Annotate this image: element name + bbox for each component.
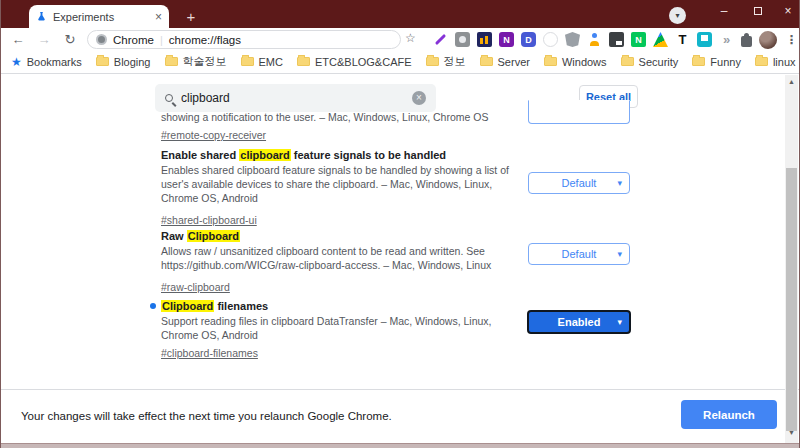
bookmark-item-bookmarks[interactable]: ★Bookmarks <box>11 55 82 69</box>
omnibox-separator: | <box>160 34 163 46</box>
tab-experiments[interactable]: Experiments × <box>29 5 169 28</box>
bookmark-folder-academic[interactable]: 학술정보 <box>165 54 227 69</box>
folder-icon <box>544 57 557 66</box>
reload-button[interactable]: ↻ <box>59 28 81 50</box>
send-arrow-icon[interactable]: » <box>719 32 734 47</box>
onenote-icon[interactable]: N <box>499 32 514 47</box>
bookmark-folder-bloging[interactable]: Bloging <box>96 56 151 68</box>
bookmark-label: EMC <box>259 56 283 68</box>
folder-icon <box>241 57 254 66</box>
window-frame-bottom <box>1 443 800 448</box>
profile-avatar[interactable] <box>759 31 777 49</box>
flags-page-content: × Reset all showing a notification to th… <box>1 75 800 389</box>
person-icon[interactable] <box>587 32 602 47</box>
address-bar[interactable]: Chrome | chrome://flags <box>87 30 401 49</box>
bookmark-label: 정보 <box>444 54 466 69</box>
close-button[interactable]: × <box>775 0 800 22</box>
search-highlight: Clipboard <box>161 300 214 312</box>
badge-outline-icon[interactable] <box>543 32 558 47</box>
bookmark-folder-security[interactable]: Security <box>621 56 679 68</box>
chevron-down-icon: ▾ <box>617 178 622 188</box>
bookmark-folder-funny[interactable]: Funny <box>692 56 741 68</box>
puzzle-extensions-icon[interactable] <box>741 36 752 47</box>
bookmark-folder-info[interactable]: 정보 <box>426 54 466 69</box>
bookmark-folder-etc[interactable]: ETC&BLOG&CAFE <box>297 56 412 68</box>
browser-window: Experiments × + ▾ – × ← → ↻ Chrome | chr… <box>0 0 800 448</box>
tab-close-icon[interactable]: × <box>155 11 162 23</box>
flag-permalink[interactable]: #shared-clipboard-ui <box>161 214 257 226</box>
new-tab-button[interactable]: + <box>179 5 203 27</box>
flag-permalink[interactable]: #raw-clipboard <box>161 281 230 293</box>
flag-permalink[interactable]: #clipboard-filenames <box>161 347 258 359</box>
folder-icon <box>621 57 634 66</box>
analytics-icon[interactable] <box>477 32 492 47</box>
forward-button[interactable]: → <box>33 28 55 50</box>
bookmark-folder-linux[interactable]: linux <box>755 56 796 68</box>
minimize-button[interactable]: – <box>707 0 741 22</box>
dropdown-value: Default <box>562 248 597 260</box>
folder-icon <box>297 57 310 66</box>
flag-dropdown-raw-clipboard[interactable]: Default ▾ <box>528 243 630 265</box>
scrollbar-thumb[interactable] <box>786 168 797 431</box>
scroll-up-icon[interactable]: ▲ <box>785 75 798 87</box>
pen-icon[interactable] <box>433 32 448 47</box>
extensions-row: N D N T » ⋮ <box>433 30 799 49</box>
tab-title: Experiments <box>53 11 149 23</box>
flags-search-box[interactable]: × <box>155 84 436 112</box>
bookmark-star-icon[interactable]: ☆ <box>405 31 416 45</box>
bookmark-label: Security <box>639 56 679 68</box>
flag-row-raw-clipboard: Raw Clipboard Allows raw / unsanitized c… <box>161 230 517 295</box>
title-text: feature signals to be handled <box>291 149 446 161</box>
title-text: Enable shared <box>161 149 239 161</box>
save-icon[interactable] <box>697 32 712 47</box>
flag-row-partial: showing a notification to the user. – Ma… <box>161 111 517 143</box>
bookmark-label: Bookmarks <box>27 56 82 68</box>
site-icon <box>96 34 107 45</box>
title-text: filenames <box>214 300 268 312</box>
flag-dropdown-clipboard-filenames[interactable]: Enabled ▾ <box>527 310 631 334</box>
flag-permalink[interactable]: #remote-copy-receiver <box>161 129 266 141</box>
picture-in-picture-icon[interactable] <box>609 32 624 47</box>
drive-icon[interactable] <box>653 32 668 47</box>
d-app-icon[interactable]: D <box>521 32 536 47</box>
folder-icon <box>755 57 768 66</box>
flag-row-shared-clipboard: Enable shared clipboard feature signals … <box>161 149 517 228</box>
bookmark-label: Windows <box>562 56 607 68</box>
title-text: Raw <box>161 230 187 242</box>
shield-icon[interactable] <box>565 32 580 47</box>
flag-dropdown-shared-clipboard[interactable]: Default ▾ <box>528 172 630 194</box>
dropdown-value: Enabled <box>558 316 601 328</box>
bookmark-label: Server <box>498 56 530 68</box>
maximize-button[interactable] <box>741 0 775 22</box>
star-icon: ★ <box>11 55 22 69</box>
relaunch-button[interactable]: Relaunch <box>681 400 777 429</box>
camera-icon[interactable] <box>455 32 470 47</box>
toolbar: ← → ↻ Chrome | chrome://flags ☆ N D N T … <box>1 28 800 50</box>
naver-icon[interactable]: N <box>631 32 646 47</box>
bookmark-folder-windows[interactable]: Windows <box>544 56 607 68</box>
tab-strip: Experiments × + ▾ – × <box>1 0 800 28</box>
bookmarks-bar: ★Bookmarks Bloging 학술정보 EMC ETC&BLOG&CAF… <box>1 50 800 74</box>
profile-chevron-icon[interactable]: ▾ <box>669 7 686 24</box>
bookmark-label: Funny <box>710 56 741 68</box>
bookmark-label: ETC&BLOG&CAFE <box>315 56 412 68</box>
clear-search-icon[interactable]: × <box>412 91 426 105</box>
bookmark-folder-server[interactable]: Server <box>480 56 530 68</box>
flask-icon <box>36 11 47 22</box>
chevron-down-icon: ▾ <box>617 317 622 327</box>
flag-dropdown-partial[interactable] <box>528 100 630 124</box>
flag-description: Allows raw / unsanitized clipboard conte… <box>161 245 517 273</box>
t-app-icon[interactable]: T <box>675 32 690 47</box>
flag-row-clipboard-filenames: Clipboard filenames Support reading file… <box>161 300 517 361</box>
scrollbar[interactable]: ▲ ▼ <box>785 75 798 443</box>
bookmark-folder-emc[interactable]: EMC <box>241 56 283 68</box>
search-icon <box>165 94 173 102</box>
scroll-down-icon[interactable]: ▼ <box>785 426 798 438</box>
maximize-icon <box>754 7 762 15</box>
back-button[interactable]: ← <box>7 28 29 50</box>
flag-title: Clipboard filenames <box>161 300 517 312</box>
browser-menu-icon[interactable]: ⋮ <box>784 32 799 47</box>
omnibox-url: chrome://flags <box>169 34 241 46</box>
search-input[interactable] <box>181 91 404 105</box>
relaunch-bar: Your changes will take effect the next t… <box>1 389 800 443</box>
